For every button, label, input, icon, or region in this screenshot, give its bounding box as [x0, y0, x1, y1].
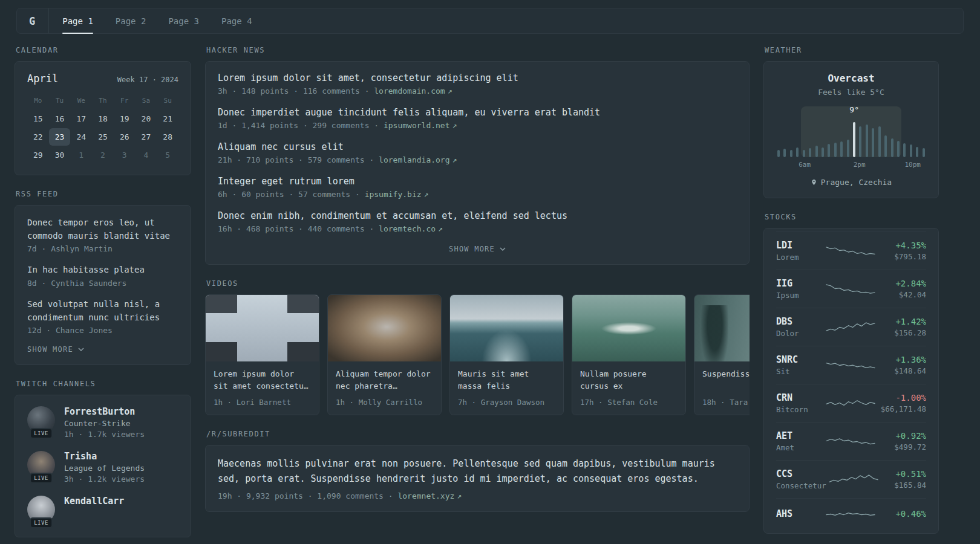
video-thumbnail[interactable]: [206, 295, 319, 361]
stock-name: Consectetur: [776, 481, 826, 490]
hn-stats: 21h · 710 points · 579 comments ·: [218, 155, 379, 164]
twitch-section-title: TWITCH CHANNELS: [16, 380, 191, 388]
stock-identity: IIG Ipsum: [776, 278, 823, 300]
calendar-day: 25: [92, 128, 114, 146]
video-title-link[interactable]: Mauris sit amet massa felis: [458, 368, 555, 392]
video-thumbnail[interactable]: [572, 295, 685, 361]
video-title-link[interactable]: Aliquam tempor dolor nec pharetra…: [336, 368, 433, 392]
twitch-channel-row[interactable]: LIVE Trisha League of Legends 3h · 1.2k …: [27, 451, 178, 484]
stock-name: Dolor: [776, 329, 823, 338]
stock-row: AHS +0.46%: [776, 498, 926, 530]
stock-change: +1.36%: [878, 355, 926, 364]
stock-name: Amet: [776, 443, 823, 452]
hn-domain-link[interactable]: loremtech.co↗: [379, 224, 443, 233]
calendar-day: 19: [114, 110, 136, 128]
calendar-day: 23: [49, 128, 71, 146]
middle-column: HACKER NEWS Lorem ipsum dolor sit amet, …: [205, 46, 750, 526]
hn-domain-link[interactable]: ipsumify.biz↗: [365, 190, 429, 199]
calendar-week-label: Week 17 · 2024: [117, 76, 178, 84]
hackernews-show-more-label: SHOW MORE: [449, 245, 495, 253]
page-tab[interactable]: Page 3: [168, 8, 199, 33]
video-title-link[interactable]: Suspendisse diam: [702, 368, 750, 380]
video-thumbnail[interactable]: [694, 295, 750, 361]
subreddit-post-title-link[interactable]: Maecenas mollis pulvinar erat non posuer…: [218, 456, 737, 487]
hn-domain-link[interactable]: loremlandia.org↗: [379, 155, 457, 164]
stock-values: +2.84% $42.04: [878, 279, 926, 299]
location-pin-icon: [811, 178, 817, 186]
hn-domain-link[interactable]: loremdomain.com↗: [374, 86, 452, 96]
stock-change: +0.46%: [878, 509, 926, 519]
rss-meta: 12d · Chance Jones: [27, 326, 178, 335]
page-tab[interactable]: Page 4: [221, 8, 252, 33]
hn-title-link[interactable]: Lorem ipsum dolor sit amet, consectetur …: [218, 73, 737, 83]
hackernews-list: Lorem ipsum dolor sit amet, consectetur …: [218, 73, 737, 233]
stock-identity: CRN Bitcorn: [776, 392, 823, 414]
rss-show-more-button[interactable]: SHOW MORE: [27, 345, 178, 354]
hn-title-link[interactable]: Integer eget rutrum lorem: [218, 176, 737, 187]
live-badge: LIVE: [30, 473, 53, 484]
video-card[interactable]: Mauris sit amet massa felis 7h · Grayson…: [449, 294, 564, 415]
hn-domain-text: loremdomain.com: [374, 86, 445, 96]
twitch-channel-row[interactable]: LIVE ForrestBurton Counter-Strike 1h · 1…: [27, 406, 178, 439]
app-logo[interactable]: G: [21, 8, 49, 33]
video-title-link[interactable]: Nullam posuere cursus ex: [580, 368, 678, 392]
page-tabs: Page 1 Page 2 Page 3 Page 4: [62, 8, 274, 33]
stock-values: +1.42% $156.28: [878, 317, 926, 337]
weather-card: Overcast Feels like 5°C 9° 6am 2pm 10pm …: [763, 61, 939, 198]
rss-title-link[interactable]: In hac habitasse platea: [27, 264, 178, 277]
rss-title-link[interactable]: Sed volutpat nulla nisl, a condimentum n…: [27, 298, 178, 324]
hn-domain-link[interactable]: ipsumworld.net↗: [384, 121, 457, 130]
twitch-channel-list: LIVE ForrestBurton Counter-Strike 1h · 1…: [27, 406, 178, 523]
chevron-down-icon: [78, 348, 84, 351]
external-link-icon: ↗: [424, 190, 429, 199]
weather-hourly-chart: 9°: [776, 106, 926, 157]
twitch-channel-info: Trisha League of Legends 3h · 1.2k viewe…: [64, 451, 145, 484]
video-meta: 1h · Lori Barnett: [214, 393, 311, 407]
external-link-icon: ↗: [438, 224, 443, 233]
calendar-header: April Week 17 · 2024: [27, 73, 178, 85]
stock-values: +0.51% $165.84: [881, 469, 926, 490]
calendar-day: 22: [27, 128, 49, 146]
stock-price: $148.64: [878, 366, 926, 375]
stock-change: +1.42%: [878, 317, 926, 326]
stock-identity: LDI Lorem: [776, 240, 823, 262]
stock-row: LDI Lorem +4.35% $795.18: [776, 232, 926, 270]
video-title-link[interactable]: Lorem ipsum dolor sit amet consectetu…: [214, 368, 311, 392]
page-tab[interactable]: Page 1: [62, 8, 93, 33]
stock-name: Lorem: [776, 253, 823, 262]
video-card[interactable]: Suspendisse diam 18h · Tara: [694, 294, 750, 415]
calendar-day: 30: [49, 146, 71, 164]
calendar-day: 15: [27, 110, 49, 128]
hn-stats: 1d · 1,414 points · 299 comments ·: [218, 121, 384, 130]
rss-item: Donec tempor eros leo, ut commodo mauris…: [27, 216, 178, 253]
hn-title-link[interactable]: Donec enim nibh, condimentum et accumsan…: [218, 210, 737, 221]
subreddit-widget: /R/SUBREDDIT Maecenas mollis pulvinar er…: [205, 430, 750, 512]
calendar-weekday: Su: [157, 93, 178, 109]
hn-item: Lorem ipsum dolor sit amet, consectetur …: [218, 73, 737, 96]
twitch-card: LIVE ForrestBurton Counter-Strike 1h · 1…: [15, 395, 191, 537]
video-card[interactable]: Lorem ipsum dolor sit amet consectetu… 1…: [205, 294, 319, 415]
stock-identity: SNRC Sit: [776, 354, 823, 376]
videos-row: Lorem ipsum dolor sit amet consectetu… 1…: [205, 294, 750, 415]
stock-change: +0.92%: [878, 431, 926, 441]
twitch-channel-name[interactable]: ForrestBurton: [64, 406, 145, 417]
hackernews-show-more-button[interactable]: SHOW MORE: [218, 245, 737, 253]
hn-title-link[interactable]: Aliquam nec cursus elit: [218, 141, 737, 152]
twitch-channel-name[interactable]: KendallCarr: [64, 496, 124, 507]
video-card[interactable]: Aliquam tempor dolor nec pharetra… 1h · …: [327, 294, 442, 415]
hackernews-widget: HACKER NEWS Lorem ipsum dolor sit amet, …: [205, 46, 750, 265]
twitch-channel-row[interactable]: LIVE KendallCarr: [27, 496, 178, 523]
rss-title-link[interactable]: Donec tempor eros leo, ut commodo mauris…: [27, 216, 178, 242]
page-tab[interactable]: Page 2: [116, 8, 146, 33]
twitch-channel-name[interactable]: Trisha: [64, 451, 145, 462]
calendar-day: 18: [92, 110, 114, 128]
hn-title-link[interactable]: Donec imperdiet augue tincidunt felis al…: [218, 107, 737, 118]
video-card[interactable]: Nullam posuere cursus ex 17h · Stefan Co…: [572, 294, 686, 415]
stock-name: Ipsum: [776, 291, 823, 300]
calendar-weekday: Mo: [27, 93, 49, 109]
live-badge: LIVE: [30, 517, 53, 528]
subreddit-domain-link[interactable]: loremnet.xyz↗: [397, 491, 462, 500]
video-thumbnail[interactable]: [450, 295, 563, 361]
video-thumbnail[interactable]: [328, 295, 441, 361]
video-body: Mauris sit amet massa felis 7h · Grayson…: [450, 361, 563, 415]
